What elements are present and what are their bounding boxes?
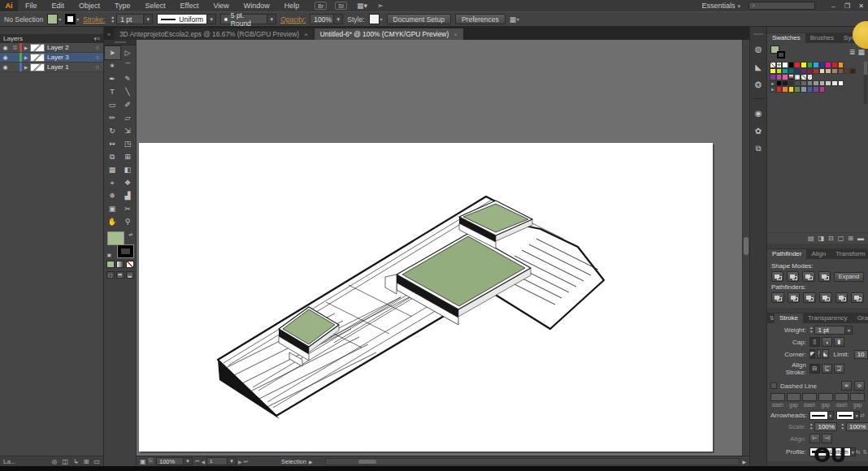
divide-button[interactable] <box>771 292 784 303</box>
lock-icon[interactable]: ⚿ <box>11 45 20 51</box>
stroke-weight-field[interactable]: 1 pt <box>116 14 144 24</box>
swap-fill-stroke-icon[interactable]: ⇄ <box>128 231 132 237</box>
swatch[interactable] <box>788 68 795 75</box>
artboard[interactable] <box>139 143 713 452</box>
swatch[interactable] <box>770 68 776 75</box>
slice-tool[interactable]: ✂ <box>120 202 136 215</box>
horizontal-scrollbar-thumb[interactable] <box>358 460 376 464</box>
expand-layer-icon[interactable]: ▶ <box>22 64 30 70</box>
rectangle-tool[interactable]: ▭ <box>105 98 120 111</box>
links-panel-icon[interactable]: ⧉ <box>751 141 766 156</box>
swatch[interactable] <box>813 68 819 75</box>
zoom-control[interactable]: 100% ▼ <box>156 457 193 465</box>
swatch[interactable] <box>770 74 776 80</box>
document-setup-button[interactable]: Document Setup <box>387 14 451 24</box>
tab-align[interactable]: Align <box>806 249 831 259</box>
crop-button[interactable] <box>819 292 832 303</box>
swatch[interactable] <box>782 86 788 93</box>
stroke-weight-caret[interactable]: ▼ <box>144 14 153 24</box>
swatch[interactable] <box>844 68 850 75</box>
free-transform-tool[interactable]: ◳ <box>120 137 136 150</box>
layer-name[interactable]: Layer 3 <box>47 54 69 61</box>
preserve-dashes-button[interactable]: ≍ <box>841 381 852 391</box>
arrowhead-end-caret[interactable]: ▼ <box>854 411 860 420</box>
swatch[interactable] <box>831 68 838 75</box>
arrange-documents-icon[interactable]: ▦▾ <box>357 2 367 10</box>
minimize-button[interactable]: – <box>827 2 840 10</box>
merge-button[interactable] <box>803 292 816 303</box>
appearance-panel-icon[interactable]: ◉ <box>751 106 766 120</box>
align-stroke-inside-button[interactable]: ⊑ <box>822 364 832 374</box>
scroll-right-arrow[interactable]: ▶ <box>742 459 746 465</box>
brush-definition-dropdown[interactable]: 5 pt. Round ▼ <box>220 14 276 24</box>
curvature-tool[interactable]: ✎ <box>120 72 136 85</box>
bridge-button[interactable]: Br <box>315 2 327 10</box>
arrowhead-scale-end[interactable]: 100% <box>846 422 868 431</box>
layer-target-icon[interactable]: ○ <box>96 45 99 50</box>
align-dashes-button[interactable]: ≎ <box>854 381 865 391</box>
lasso-tool[interactable]: ⌒ <box>120 59 136 72</box>
swatch[interactable] <box>819 68 826 75</box>
artboard-icon[interactable]: ▣ <box>140 458 146 465</box>
intersect-button[interactable] <box>802 271 814 282</box>
limit-field[interactable]: 10 <box>854 350 868 359</box>
expand-button[interactable]: Expand <box>834 272 864 282</box>
color-guide-panel-icon[interactable]: ❂ <box>751 77 766 92</box>
corner-round-button[interactable]: ◜ <box>817 349 821 359</box>
swatch-gradient[interactable] <box>788 74 795 80</box>
weight-field[interactable]: 1 pt <box>814 326 845 335</box>
draw-normal-button[interactable]: ▢ <box>106 271 115 279</box>
expand-layer-icon[interactable]: ▶ <box>22 54 30 60</box>
status-bar-expand-icon[interactable]: ▶ <box>309 459 313 465</box>
swatch[interactable] <box>776 80 783 87</box>
swatch[interactable] <box>776 86 783 93</box>
layers-panel-menu-icon[interactable]: ▾≡ <box>93 36 100 42</box>
brush-definition-caret[interactable]: ▼ <box>267 14 276 24</box>
pencil-tool[interactable]: ✏ <box>105 111 120 124</box>
trim-button[interactable] <box>788 292 801 303</box>
blend-tool[interactable]: ❖ <box>120 176 136 189</box>
unite-button[interactable] <box>771 271 783 282</box>
menu-select[interactable]: Select <box>138 2 173 10</box>
menu-help[interactable]: Help <box>277 2 307 10</box>
swatch[interactable] <box>782 74 788 80</box>
eyedropper-tool[interactable]: ⌖ <box>105 176 120 189</box>
align-stroke-outside-button[interactable]: ⊒ <box>834 364 844 374</box>
gradient-mode-button[interactable] <box>116 261 124 268</box>
menu-object[interactable]: Object <box>72 2 107 10</box>
artboard-number-control[interactable]: 1 ▼ <box>206 457 237 465</box>
layer-row[interactable]: ◉⚿▶Layer 2○ <box>0 43 103 53</box>
swatch[interactable] <box>825 80 831 87</box>
swatch[interactable] <box>801 86 807 93</box>
last-artboard-button[interactable]: ⏭ <box>244 459 248 465</box>
swatch[interactable] <box>825 68 831 75</box>
swatches-fill-stroke-indicator[interactable] <box>770 45 785 58</box>
close-button[interactable]: ✕ <box>854 2 868 10</box>
tab-swatches[interactable]: Swatches <box>767 33 805 43</box>
perspective-grid-tool[interactable]: ⊞ <box>120 150 136 163</box>
preferences-button[interactable]: Preferences <box>455 14 506 24</box>
dash-field-4[interactable] <box>818 393 833 401</box>
tools-panel-grip[interactable] <box>104 40 137 45</box>
gradient-panel-icon[interactable]: ◣ <box>751 59 766 74</box>
opacity-field[interactable]: 100% <box>310 14 334 24</box>
swatch[interactable] <box>819 80 826 87</box>
minus-front-button[interactable] <box>787 271 799 282</box>
dash-field-6[interactable] <box>850 393 865 401</box>
corner-bevel-button[interactable]: ◣ <box>822 349 828 359</box>
swatch[interactable] <box>819 86 826 93</box>
tab-pathfinder[interactable]: Pathfinder <box>767 249 806 259</box>
column-graph-tool[interactable]: ▟ <box>120 189 136 202</box>
draw-behind-button[interactable]: ⬒ <box>116 271 124 279</box>
opacity-control[interactable]: 100% ▼ <box>310 14 343 24</box>
close-tab-icon[interactable]: × <box>304 31 308 38</box>
color-mode-button[interactable] <box>106 261 115 268</box>
swatch[interactable] <box>838 80 844 87</box>
swatch[interactable] <box>776 68 783 75</box>
layer-name[interactable]: Layer 2 <box>47 44 69 51</box>
control-panel-menu-icon[interactable]: ▦▾ <box>510 15 519 24</box>
swatch[interactable] <box>831 62 838 68</box>
close-tab-icon[interactable]: × <box>454 31 458 38</box>
swatch[interactable] <box>801 62 807 68</box>
swatch-libraries-icon[interactable]: ▤ <box>808 235 814 242</box>
